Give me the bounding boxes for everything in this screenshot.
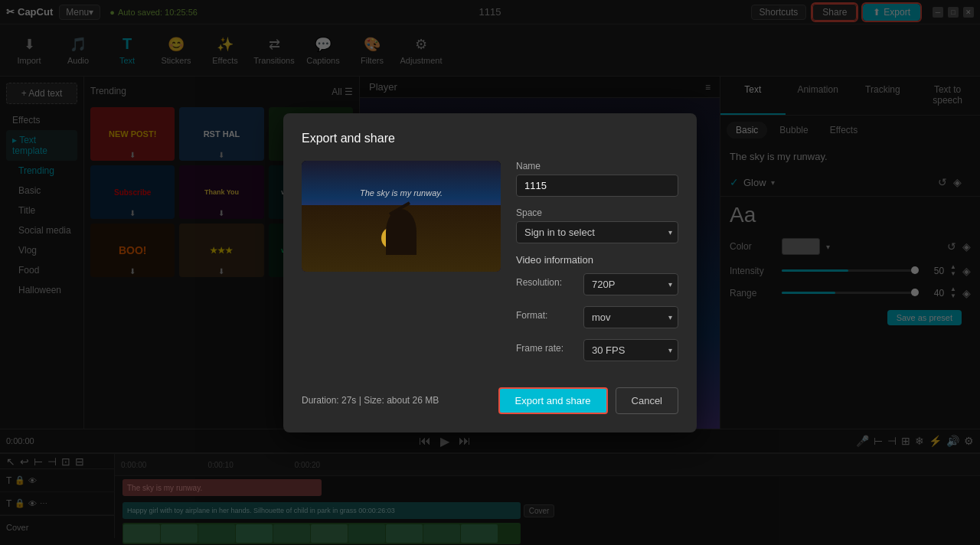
framerate-row: Frame rate: 30 FPS 24 FPS 60 FPS ▾	[516, 339, 678, 361]
space-label: Space	[516, 207, 678, 218]
export-share-button[interactable]: Export and share	[498, 387, 608, 414]
space-select[interactable]: Sign in to select	[516, 221, 678, 243]
resolution-label: Resolution:	[516, 277, 577, 288]
modal-overlay: Export and share The sky is my runway.	[0, 0, 980, 545]
name-label: Name	[516, 161, 678, 171]
name-input[interactable]	[516, 175, 678, 197]
format-select[interactable]: mov mp4 avi	[583, 306, 678, 328]
export-modal: Export and share The sky is my runway.	[283, 113, 697, 432]
framerate-select-wrap: 30 FPS 24 FPS 60 FPS ▾	[583, 339, 678, 361]
modal-body: The sky is my runway. Name Space Sign in…	[302, 161, 678, 372]
format-label: Format:	[516, 310, 577, 321]
modal-title: Export and share	[302, 132, 678, 145]
modal-actions: Export and share Cancel	[498, 387, 678, 414]
space-select-wrap: Sign in to select ▾	[516, 221, 678, 243]
video-info-title: Video information	[516, 254, 678, 266]
cancel-button[interactable]: Cancel	[616, 387, 678, 414]
space-row: Space Sign in to select ▾	[516, 207, 678, 243]
modal-duration-info: Duration: 27s | Size: about 26 MB	[302, 395, 439, 406]
resolution-select[interactable]: 720P 1080P 4K	[583, 273, 678, 295]
modal-footer: Duration: 27s | Size: about 26 MB Export…	[302, 387, 678, 414]
framerate-label: Frame rate:	[516, 343, 577, 354]
resolution-select-wrap: 720P 1080P 4K ▾	[583, 273, 678, 295]
modal-preview: The sky is my runway.	[302, 161, 501, 272]
format-select-wrap: mov mp4 avi ▾	[583, 306, 678, 328]
name-row: Name	[516, 161, 678, 197]
modal-form: Name Space Sign in to select ▾ Video inf…	[516, 161, 678, 372]
modal-preview-text: The sky is my runway.	[312, 188, 491, 197]
format-row: Format: mov mp4 avi ▾	[516, 306, 678, 328]
resolution-row: Resolution: 720P 1080P 4K ▾	[516, 273, 678, 295]
framerate-select[interactable]: 30 FPS 24 FPS 60 FPS	[583, 339, 678, 361]
